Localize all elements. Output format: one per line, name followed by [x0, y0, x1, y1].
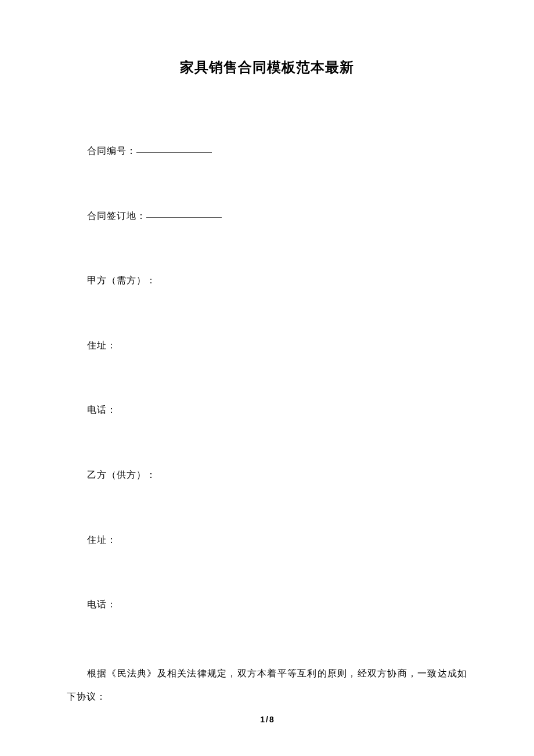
contract-number-blank [136, 143, 212, 153]
party-b-label: 乙方（供方）： [87, 470, 156, 480]
document-page: 家具销售合同模板范本最新 合同编号： 合同签订地： 甲方（需方）： 住址： 电话… [0, 0, 534, 756]
contract-location-field: 合同签订地： [87, 208, 467, 224]
phone-a-label: 电话： [87, 405, 117, 415]
contract-location-label: 合同签订地： [87, 211, 146, 221]
phone-a-field: 电话： [87, 402, 467, 417]
party-a-label: 甲方（需方）： [87, 275, 156, 285]
contract-location-blank [146, 208, 222, 218]
address-a-label: 住址： [87, 340, 117, 350]
document-title: 家具销售合同模板范本最新 [67, 58, 467, 77]
page-separator: / [266, 715, 268, 724]
phone-b-label: 电话： [87, 599, 117, 609]
party-a-field: 甲方（需方）： [87, 273, 467, 288]
page-number: 1/8 [0, 715, 534, 724]
address-b-field: 住址： [87, 532, 467, 548]
page-total: 8 [269, 715, 274, 724]
address-a-field: 住址： [87, 338, 467, 353]
party-b-field: 乙方（供方）： [87, 467, 467, 483]
body-paragraph: 根据《民法典》及相关法律规定，双方本着平等互利的原则，经双方协商，一致达成如下协… [67, 662, 467, 708]
page-current: 1 [260, 715, 265, 724]
address-b-label: 住址： [87, 535, 117, 545]
contract-number-label: 合同编号： [87, 146, 136, 156]
phone-b-field: 电话： [87, 597, 467, 612]
contract-number-field: 合同编号： [87, 143, 467, 159]
